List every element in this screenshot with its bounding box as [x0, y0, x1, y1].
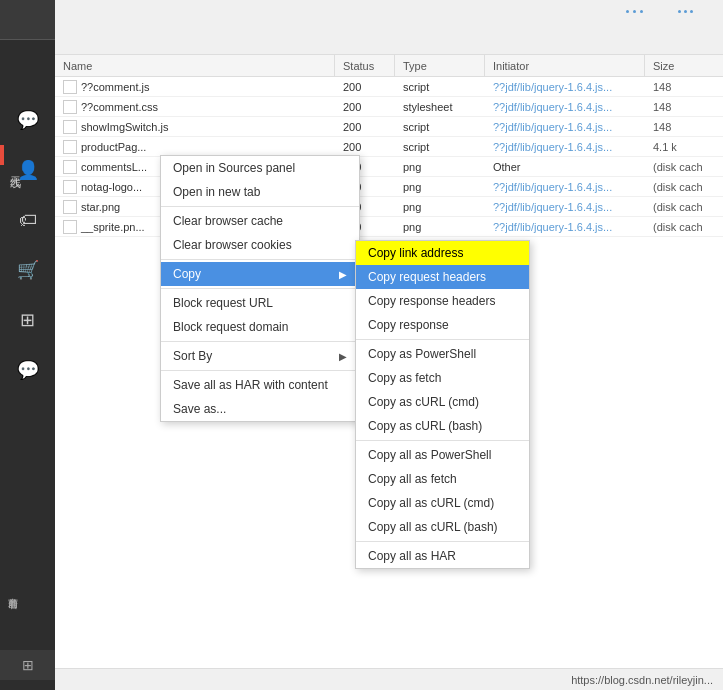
cell-type: png: [395, 157, 485, 176]
dots-decoration: [626, 10, 643, 13]
col-type: Type: [395, 55, 485, 76]
cell-name: ??comment.js: [55, 77, 335, 96]
cell-initiator: ??jdf/lib/jquery-1.6.4.js...: [485, 177, 645, 196]
submenu-item-copy-all-har[interactable]: Copy all as HAR: [356, 544, 529, 568]
grid-icon[interactable]: ⊞: [0, 295, 55, 345]
table-row[interactable]: showImgSwitch.js 200 script ??jdf/lib/jq…: [55, 117, 723, 137]
col-initiator: Initiator: [485, 55, 645, 76]
menu-separator: [356, 541, 529, 542]
cart-icon[interactable]: 🛒: [0, 245, 55, 295]
table-row[interactable]: star.png 200 png ??jdf/lib/jquery-1.6.4.…: [55, 197, 723, 217]
statusbar-url: https://blog.csdn.net/rileyjin...: [571, 674, 713, 686]
cell-name: productPag...: [55, 137, 335, 156]
user-icon[interactable]: 👤: [0, 145, 55, 195]
menu-item-clear-cache[interactable]: Clear browser cache: [161, 209, 359, 233]
menu-item-save-har[interactable]: Save all as HAR with content: [161, 373, 359, 397]
table-row[interactable]: commentsL... 200 png Other (disk cach: [55, 157, 723, 177]
table-row[interactable]: __sprite.pn... 200 png ??jdf/lib/jquery-…: [55, 217, 723, 237]
menu-item-open-sources[interactable]: Open in Sources panel: [161, 156, 359, 180]
col-name: Name: [55, 55, 335, 76]
cell-initiator: ??jdf/lib/jquery-1.6.4.js...: [485, 197, 645, 216]
submenu-item-copy-curl-bash[interactable]: Copy as cURL (bash): [356, 414, 529, 438]
submenu-item-copy-all-curl-cmd[interactable]: Copy all as cURL (cmd): [356, 491, 529, 515]
sidebar-red-bar: [0, 145, 4, 165]
submenu-item-copy-all-powershell[interactable]: Copy all as PowerShell: [356, 443, 529, 467]
cell-type: png: [395, 217, 485, 236]
cell-type: png: [395, 197, 485, 216]
cell-size: 148: [645, 77, 723, 96]
submenu-item-copy-curl-cmd[interactable]: Copy as cURL (cmd): [356, 390, 529, 414]
menu-item-open-tab[interactable]: Open in new tab: [161, 180, 359, 204]
table-row[interactable]: ??comment.css 200 stylesheet ??jdf/lib/j…: [55, 97, 723, 117]
col-status: Status: [335, 55, 395, 76]
cell-size: 148: [645, 97, 723, 116]
chat-icon[interactable]: 💬: [0, 95, 55, 145]
cell-initiator: ??jdf/lib/jquery-1.6.4.js...: [485, 217, 645, 236]
cell-type: script: [395, 77, 485, 96]
menu-separator: [161, 288, 359, 289]
tag-icon[interactable]: 🏷: [0, 195, 55, 245]
col-size: Size: [645, 55, 723, 76]
sidebar-top: [0, 0, 55, 40]
menu-item-clear-cookies[interactable]: Clear browser cookies: [161, 233, 359, 257]
table-row[interactable]: ??comment.js 200 script ??jdf/lib/jquery…: [55, 77, 723, 97]
cell-name: showImgSwitch.js: [55, 117, 335, 136]
submenu-item-copy-all-fetch[interactable]: Copy all as fetch: [356, 467, 529, 491]
menu-separator: [161, 206, 359, 207]
menu-item-block-domain[interactable]: Block request domain: [161, 315, 359, 339]
menu-item-save-as[interactable]: Save as...: [161, 397, 359, 421]
menu-separator: [356, 440, 529, 441]
table-header: Name Status Type Initiator Size: [55, 55, 723, 77]
submenu-item-copy-request-headers[interactable]: Copy request headers: [356, 265, 529, 289]
submenu-item-copy-response[interactable]: Copy response: [356, 313, 529, 337]
cell-size: 4.1 k: [645, 137, 723, 156]
cell-type: png: [395, 177, 485, 196]
submenu-item-copy-response-headers[interactable]: Copy response headers: [356, 289, 529, 313]
cell-type: script: [395, 137, 485, 156]
submenu-item-copy-all-curl-bash[interactable]: Copy all as cURL (bash): [356, 515, 529, 539]
sidebar: 无线 💬 👤 🏷 🛒 ⊞ 💬 着当前商 ⊞: [0, 0, 55, 690]
copy-submenu: Copy link address Copy request headers C…: [355, 240, 530, 569]
comment2-icon[interactable]: 💬: [0, 345, 55, 395]
cell-status: 200: [335, 77, 395, 96]
submenu-item-copy-fetch[interactable]: Copy as fetch: [356, 366, 529, 390]
table-row[interactable]: productPag... 200 script ??jdf/lib/jquer…: [55, 137, 723, 157]
cell-size: 148: [645, 117, 723, 136]
cell-name: ??comment.css: [55, 97, 335, 116]
cell-initiator: Other: [485, 157, 645, 176]
context-menu: Open in Sources panel Open in new tab Cl…: [160, 155, 360, 422]
cell-initiator: ??jdf/lib/jquery-1.6.4.js...: [485, 97, 645, 116]
cell-size: (disk cach: [645, 217, 723, 236]
cell-status: 200: [335, 117, 395, 136]
menu-item-block-url[interactable]: Block request URL: [161, 291, 359, 315]
statusbar: https://blog.csdn.net/rileyjin...: [55, 668, 723, 690]
cell-status: 200: [335, 97, 395, 116]
menu-separator: [161, 341, 359, 342]
menu-separator: [161, 370, 359, 371]
dots2-decoration: [678, 10, 693, 13]
menu-separator: [356, 339, 529, 340]
cell-status: 200: [335, 137, 395, 156]
menu-item-sort-by[interactable]: Sort By ▶: [161, 344, 359, 368]
submenu-item-copy-powershell[interactable]: Copy as PowerShell: [356, 342, 529, 366]
cell-type: stylesheet: [395, 97, 485, 116]
cell-initiator: ??jdf/lib/jquery-1.6.4.js...: [485, 77, 645, 96]
menu-separator: [161, 259, 359, 260]
menu-item-copy[interactable]: Copy ▶: [161, 262, 359, 286]
cell-size: (disk cach: [645, 157, 723, 176]
submenu-arrow-icon: ▶: [339, 351, 347, 362]
sidebar-bottom-icon[interactable]: ⊞: [0, 650, 55, 680]
submenu-arrow-icon: ▶: [339, 269, 347, 280]
cell-type: script: [395, 117, 485, 136]
cell-size: (disk cach: [645, 197, 723, 216]
table-row[interactable]: notag-logo... 200 png ??jdf/lib/jquery-1…: [55, 177, 723, 197]
topbar: [55, 0, 723, 55]
cell-initiator: ??jdf/lib/jquery-1.6.4.js...: [485, 137, 645, 156]
submenu-item-copy-link[interactable]: Copy link address: [356, 241, 529, 265]
cell-size: (disk cach: [645, 177, 723, 196]
cell-initiator: ??jdf/lib/jquery-1.6.4.js...: [485, 117, 645, 136]
